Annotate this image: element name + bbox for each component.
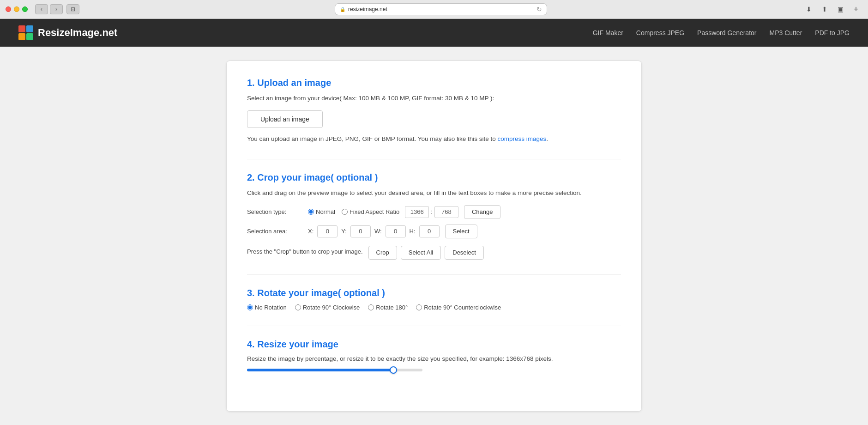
resize-slider[interactable] xyxy=(247,369,422,371)
rotate-title: 3. Rotate your image( optional ) xyxy=(247,288,621,298)
divider-1 xyxy=(247,159,621,159)
upload-button[interactable]: Upload an image xyxy=(247,110,323,128)
crop-actions: Crop Select All Deselect xyxy=(368,246,484,260)
crop-desc: Click and drag on the preview image to s… xyxy=(247,188,621,198)
nav-gif-maker[interactable]: GIF Maker xyxy=(593,29,623,36)
h-input[interactable] xyxy=(419,225,440,237)
nav-compress-jpeg[interactable]: Compress JPEG xyxy=(636,29,684,36)
fixed-aspect-label: Fixed Aspect Ratio xyxy=(350,208,399,215)
rotate-group: No Rotation Rotate 90° Clockwise Rotate … xyxy=(247,304,621,311)
back-button[interactable]: ‹ xyxy=(35,4,48,14)
resize-title: 4. Resize your image xyxy=(247,339,621,350)
upload-desc: Select an image from your device( Max: 1… xyxy=(247,94,621,103)
page-content: 1. Upload an image Select an image from … xyxy=(0,47,868,425)
nav-buttons: ‹ › xyxy=(35,4,63,14)
extensions-icon[interactable]: ⬇ xyxy=(802,4,815,14)
forward-button[interactable]: › xyxy=(50,4,63,14)
crop-button[interactable]: Crop xyxy=(368,246,397,260)
upload-note-text: You can upload an image in JPEG, PNG, GI… xyxy=(247,135,498,142)
w-label: W: xyxy=(374,228,382,235)
crop-title: 2. Crop your image( optional ) xyxy=(247,172,621,183)
nav-links: GIF Maker Compress JPEG Password Generat… xyxy=(593,29,850,36)
new-tab-icon[interactable]: + xyxy=(850,4,862,14)
logo-text: ResizeImage.net xyxy=(38,27,117,39)
nav-password-generator[interactable]: Password Generator xyxy=(697,29,756,36)
select-all-button[interactable]: Select All xyxy=(401,246,441,260)
normal-radio[interactable] xyxy=(308,209,314,215)
upload-section: 1. Upload an image Select an image from … xyxy=(247,78,621,144)
url-text: resizeimage.net xyxy=(348,6,387,12)
rotate-180-label[interactable]: Rotate 180° xyxy=(368,304,408,311)
selection-type-group: Normal Fixed Aspect Ratio xyxy=(308,208,399,215)
app-navbar: ResizeImage.net GIF Maker Compress JPEG … xyxy=(0,19,868,47)
change-button[interactable]: Change xyxy=(464,205,501,219)
resize-desc: Resize the image by percentage, or resiz… xyxy=(247,355,621,362)
lock-icon: 🔒 xyxy=(340,7,345,12)
rotate-ccw90-radio[interactable] xyxy=(416,304,422,310)
rotate-none-radio[interactable] xyxy=(247,304,253,310)
select-button[interactable]: Select xyxy=(445,225,477,238)
upload-note: You can upload an image in JPEG, PNG, GI… xyxy=(247,134,621,144)
nav-mp3-cutter[interactable]: MP3 Cutter xyxy=(770,29,802,36)
crop-actions-row: Press the "Crop" button to crop your ima… xyxy=(247,244,621,260)
rotate-none-text: No Rotation xyxy=(255,304,287,311)
browser-titlebar: ‹ › ⊡ 🔒 resizeimage.net ↻ ⬇ ⬆ ▣ + xyxy=(0,0,868,18)
tab-button[interactable]: ⊡ xyxy=(66,4,79,14)
resize-section: 4. Resize your image Resize the image by… xyxy=(247,339,621,371)
divider-2 xyxy=(247,274,621,275)
toolbar-right: ⬇ ⬆ ▣ + xyxy=(802,4,862,14)
rotate-180-text: Rotate 180° xyxy=(376,304,408,311)
resize-slider-wrap xyxy=(247,369,621,371)
fixed-aspect-radio-label[interactable]: Fixed Aspect Ratio xyxy=(342,208,399,215)
maximize-button[interactable] xyxy=(22,6,28,12)
share-icon[interactable]: ⬆ xyxy=(818,4,831,14)
traffic-lights xyxy=(6,6,28,12)
aspect-separator: : xyxy=(431,208,433,215)
x-label: X: xyxy=(308,228,313,235)
app-logo[interactable]: ResizeImage.net xyxy=(18,25,117,40)
minimize-button[interactable] xyxy=(14,6,19,12)
press-label: Press the "Crop" button to crop your ima… xyxy=(247,248,363,255)
aspect-height-input[interactable] xyxy=(434,206,458,218)
upload-note-end: . xyxy=(546,135,548,142)
y-input[interactable] xyxy=(350,225,371,237)
rotate-cw90-radio[interactable] xyxy=(295,304,301,310)
fixed-aspect-radio[interactable] xyxy=(342,209,348,215)
rotate-ccw90-label[interactable]: Rotate 90° Counterclockwise xyxy=(416,304,501,311)
divider-3 xyxy=(247,326,621,326)
h-label: H: xyxy=(410,228,416,235)
y-label: Y: xyxy=(341,228,347,235)
rotate-ccw90-text: Rotate 90° Counterclockwise xyxy=(424,304,501,311)
compress-images-link[interactable]: compress images xyxy=(498,135,547,142)
aspect-width-input[interactable] xyxy=(405,206,429,218)
normal-label: Normal xyxy=(316,208,335,215)
area-inputs: X: Y: W: H: xyxy=(308,225,440,237)
crop-section: 2. Crop your image( optional ) Click and… xyxy=(247,172,621,260)
w-input[interactable] xyxy=(386,225,406,237)
rotate-180-radio[interactable] xyxy=(368,304,374,310)
aspect-inputs: : xyxy=(405,206,458,218)
rotate-cw90-text: Rotate 90° Clockwise xyxy=(303,304,360,311)
selection-area-row: Selection area: X: Y: W: H: Select xyxy=(247,225,621,238)
main-card: 1. Upload an image Select an image from … xyxy=(226,61,642,412)
close-button[interactable] xyxy=(6,6,11,12)
logo-icon xyxy=(18,25,33,40)
sidebar-icon[interactable]: ▣ xyxy=(834,4,847,14)
selection-type-row: Selection type: Normal Fixed Aspect Rati… xyxy=(247,205,621,219)
nav-pdf-to-jpg[interactable]: PDF to JPG xyxy=(815,29,850,36)
browser-chrome: ‹ › ⊡ 🔒 resizeimage.net ↻ ⬇ ⬆ ▣ + xyxy=(0,0,868,19)
x-input[interactable] xyxy=(317,225,338,237)
reload-icon[interactable]: ↻ xyxy=(536,6,542,13)
rotate-none-label[interactable]: No Rotation xyxy=(247,304,287,311)
rotate-cw90-label[interactable]: Rotate 90° Clockwise xyxy=(295,304,360,311)
selection-area-label: Selection area: xyxy=(247,228,302,235)
upload-title: 1. Upload an image xyxy=(247,78,621,88)
deselect-button[interactable]: Deselect xyxy=(445,246,484,260)
selection-type-label: Selection type: xyxy=(247,208,302,215)
address-bar-wrap: 🔒 resizeimage.net ↻ xyxy=(90,3,791,15)
normal-radio-label[interactable]: Normal xyxy=(308,208,335,215)
rotate-section: 3. Rotate your image( optional ) No Rota… xyxy=(247,288,621,311)
address-bar[interactable]: 🔒 resizeimage.net ↻ xyxy=(335,3,547,15)
